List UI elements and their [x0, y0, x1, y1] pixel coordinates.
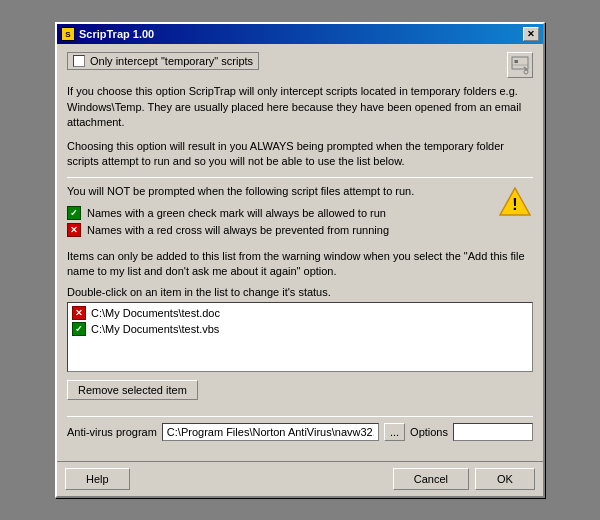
red-x-icon: ✕ [67, 223, 81, 237]
main-content: Only intercept "temporary" scripts ≡ If … [57, 44, 543, 460]
warning-content: You will NOT be prompted when the follow… [67, 184, 489, 242]
description-text-1: If you choose this option ScripTrap will… [67, 84, 533, 130]
checkbox-label: Only intercept "temporary" scripts [90, 55, 253, 67]
main-window: S ScripTrap 1.00 ✕ Only intercept "tempo… [55, 22, 545, 497]
options-label: Options [410, 426, 448, 438]
header-row: Only intercept "temporary" scripts ≡ [67, 52, 533, 78]
green-item-text: Names with a green check mark will alway… [87, 207, 386, 219]
title-buttons: ✕ [523, 27, 539, 41]
red-item-text: Names with a red cross will always be pr… [87, 224, 389, 236]
checkbox-container[interactable]: Only intercept "temporary" scripts [67, 52, 259, 70]
antivirus-row: Anti-virus program ... Options [67, 423, 533, 441]
listbox-item-1[interactable]: ✓ C:\My Documents\test.vbs [70, 321, 530, 337]
file-listbox[interactable]: ✕ C:\My Documents\test.doc ✓ C:\My Docum… [67, 302, 533, 372]
svg-text:≡: ≡ [514, 58, 518, 65]
help-button[interactable]: Help [65, 468, 130, 490]
item-0-text: C:\My Documents\test.doc [91, 307, 220, 319]
title-bar-left: S ScripTrap 1.00 [61, 27, 154, 41]
antivirus-label: Anti-virus program [67, 426, 157, 438]
item-1-text: C:\My Documents\test.vbs [91, 323, 219, 335]
green-check-icon: ✓ [67, 206, 81, 220]
app-icon: S [61, 27, 75, 41]
browse-button[interactable]: ... [384, 423, 405, 441]
intercept-checkbox[interactable] [73, 55, 85, 67]
note-text: Items can only be added to this list fro… [67, 249, 533, 280]
cancel-button[interactable]: Cancel [393, 468, 469, 490]
antivirus-input[interactable] [162, 423, 379, 441]
options-input[interactable] [453, 423, 533, 441]
close-button[interactable]: ✕ [523, 27, 539, 41]
item-1-icon: ✓ [72, 322, 86, 336]
remove-selected-button[interactable]: Remove selected item [67, 380, 198, 400]
divider-1 [67, 177, 533, 178]
warning-triangle-icon: ! [497, 184, 533, 220]
window-title: ScripTrap 1.00 [79, 28, 154, 40]
right-buttons: Cancel OK [393, 468, 535, 490]
description-text-2: Choosing this option will result in you … [67, 139, 533, 170]
list-item-red-desc: ✕ Names with a red cross will always be … [67, 223, 489, 237]
doubleclick-text: Double-click on an item in the list to c… [67, 286, 533, 298]
bottom-buttons: Help Cancel OK [57, 461, 543, 496]
svg-text:!: ! [512, 196, 517, 213]
list-item-green-desc: ✓ Names with a green check mark will alw… [67, 206, 489, 220]
title-bar: S ScripTrap 1.00 ✕ [57, 24, 543, 44]
info-icon: ≡ [507, 52, 533, 78]
warning-heading: You will NOT be prompted when the follow… [67, 184, 489, 199]
item-0-icon: ✕ [72, 306, 86, 320]
ok-button[interactable]: OK [475, 468, 535, 490]
warning-section: You will NOT be prompted when the follow… [67, 184, 533, 242]
svg-point-4 [524, 70, 528, 74]
list-items-desc: ✓ Names with a green check mark will alw… [67, 206, 489, 237]
listbox-item-0[interactable]: ✕ C:\My Documents\test.doc [70, 305, 530, 321]
divider-2 [67, 416, 533, 417]
